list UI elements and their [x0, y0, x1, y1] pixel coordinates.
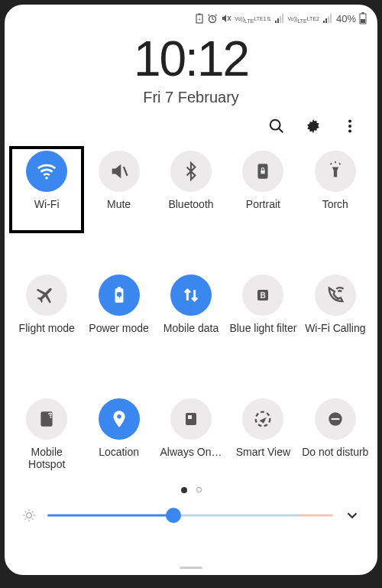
tile-power-mode[interactable]: Power mode: [83, 271, 154, 356]
svg-point-17: [348, 120, 351, 123]
tile-bluetooth[interactable]: Bluetooth: [155, 148, 227, 232]
tile-label: Always On…: [160, 446, 222, 472]
tile-wifi[interactable]: Wi-Fi: [11, 148, 83, 232]
tile-label: Do not disturb: [302, 446, 368, 472]
tile-torch[interactable]: Torch: [299, 148, 371, 232]
tile-blue-light-filter[interactable]: B Blue light filter: [227, 271, 299, 356]
clock-date: Fri 7 February: [5, 89, 377, 106]
chevron-down-icon: [344, 507, 361, 524]
tile-mobile-hotspot[interactable]: Mobile Hotspot: [11, 395, 83, 479]
pager-dot-active: [181, 487, 187, 493]
slider-thumb[interactable]: [166, 508, 181, 523]
pager-dot: [196, 487, 202, 492]
tile-label: Flight mode: [19, 322, 75, 348]
power-mode-icon: [109, 285, 129, 305]
svg-rect-33: [331, 418, 339, 420]
portrait-lock-icon: [253, 161, 273, 181]
svg-rect-9: [325, 18, 327, 23]
signal-2-icon: [322, 14, 333, 23]
tile-always-on[interactable]: Always On…: [155, 395, 227, 479]
status-bar: + Vo))LTELTE1 ⇅ Vo))LTELTE2 40%: [5, 5, 377, 24]
tile-smart-view[interactable]: Smart View: [227, 395, 299, 479]
dnd-icon: [325, 409, 345, 429]
tile-location[interactable]: Location: [83, 395, 154, 479]
tile-label: Mute: [107, 198, 131, 224]
tile-wifi-calling[interactable]: Wi-Fi Calling: [299, 271, 371, 356]
svg-point-18: [348, 125, 351, 128]
tile-label: Power mode: [89, 322, 149, 348]
tile-label: Portrait: [246, 198, 280, 224]
smart-view-icon: [252, 408, 274, 430]
bluetooth-icon: [181, 161, 201, 181]
airplane-icon: [36, 284, 57, 306]
tile-label: Torch: [322, 198, 348, 224]
svg-rect-6: [280, 16, 281, 23]
svg-rect-5: [277, 18, 279, 23]
tile-label: Wi-Fi Calling: [305, 322, 365, 348]
svg-rect-22: [261, 171, 265, 174]
settings-button[interactable]: [303, 115, 324, 137]
battery-icon: [359, 12, 367, 24]
wifi-calling-icon: [325, 284, 346, 306]
svg-point-34: [27, 513, 32, 518]
tile-do-not-disturb[interactable]: Do not disturb: [299, 395, 371, 479]
svg-rect-14: [361, 19, 365, 23]
svg-rect-1: [199, 14, 201, 15]
brightness-row: [5, 493, 377, 524]
search-icon: [268, 118, 285, 135]
tile-label: Bluetooth: [168, 198, 213, 224]
svg-rect-10: [328, 16, 329, 23]
svg-rect-30: [188, 415, 192, 419]
clock-time: 10:12: [5, 31, 377, 87]
tile-label: Wi-Fi: [34, 198, 60, 224]
volte-lte2-indicator: Vo))LTELTE2: [288, 13, 319, 24]
more-vertical-icon: [342, 118, 358, 135]
mute-status-icon: [221, 13, 231, 24]
tile-mute[interactable]: Mute: [83, 148, 154, 232]
tile-label: Mobile data: [163, 322, 219, 348]
tile-label: Smart View: [236, 446, 290, 472]
tile-label: Mobile Hotspot: [12, 446, 81, 472]
svg-point-20: [45, 177, 48, 180]
tile-mobile-data[interactable]: Mobile data: [155, 271, 227, 356]
gear-icon: [305, 118, 322, 135]
location-icon: [109, 409, 129, 429]
signal-1-icon: [274, 14, 285, 23]
volte-lte1-indicator: Vo))LTELTE1 ⇅: [235, 13, 270, 24]
battery-protect-icon: +: [195, 13, 204, 24]
blue-light-icon: B: [254, 286, 272, 304]
alarm-icon: [207, 13, 218, 24]
panel-actions: [5, 106, 377, 137]
panel-drag-handle[interactable]: [180, 567, 202, 569]
svg-rect-8: [323, 21, 325, 23]
battery-percent: 40%: [336, 13, 356, 24]
search-button[interactable]: [266, 115, 287, 137]
slider-track: [47, 515, 333, 517]
svg-point-19: [348, 129, 351, 132]
svg-rect-4: [275, 21, 277, 23]
svg-rect-24: [117, 287, 120, 289]
always-on-icon: [182, 410, 200, 428]
more-button[interactable]: [339, 115, 361, 137]
mobile-data-icon: [180, 284, 202, 306]
svg-rect-7: [282, 14, 283, 23]
tile-label: Location: [99, 446, 139, 472]
tile-label: Blue light filter: [229, 322, 296, 348]
svg-text:+: +: [198, 17, 201, 22]
quick-settings-grid: Wi-Fi Mute Bluetooth Portrait Torch Flig…: [5, 137, 377, 479]
brightness-expand-button[interactable]: [344, 507, 361, 524]
svg-point-28: [117, 414, 121, 418]
wifi-icon: [35, 160, 58, 183]
mute-icon: [108, 161, 130, 182]
svg-text:B: B: [261, 291, 266, 300]
brightness-slider[interactable]: [47, 508, 333, 523]
quick-settings-panel: + Vo))LTELTE1 ⇅ Vo))LTELTE2 40% 10:12 Fr…: [5, 5, 377, 575]
svg-point-15: [270, 120, 280, 130]
brightness-icon: [21, 508, 37, 523]
svg-rect-13: [362, 12, 364, 14]
torch-icon: [325, 161, 345, 181]
page-indicator[interactable]: [5, 487, 377, 493]
tile-portrait[interactable]: Portrait: [227, 148, 299, 232]
tile-flight-mode[interactable]: Flight mode: [11, 271, 83, 356]
svg-rect-11: [330, 14, 332, 23]
